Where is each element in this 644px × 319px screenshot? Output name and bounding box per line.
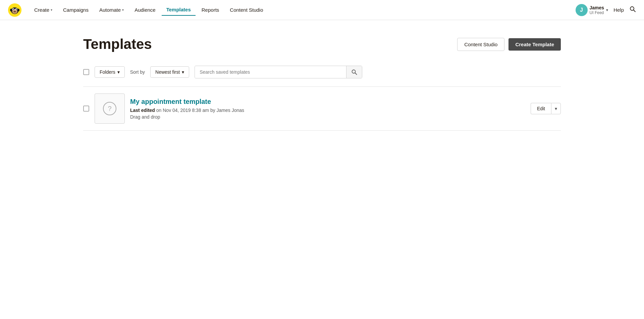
chevron-down-icon: ▾ [51, 8, 52, 12]
edit-button[interactable]: Edit [531, 103, 551, 114]
user-menu[interactable]: J James UI Feed ▾ [576, 4, 608, 16]
search-input[interactable] [195, 66, 346, 78]
search-container [195, 66, 362, 78]
sort-dropdown[interactable]: Newest first ▾ [150, 66, 189, 78]
toolbar: Folders ▾ Sort by Newest first ▾ [83, 66, 561, 78]
search-icon[interactable] [629, 6, 636, 14]
svg-point-7 [10, 9, 12, 11]
sort-by-label: Sort by [130, 69, 145, 75]
svg-point-10 [14, 11, 15, 12]
page-header: Templates Content Studio Create Template [83, 36, 561, 52]
nav-create[interactable]: Create ▾ [30, 4, 57, 15]
nav-content-studio[interactable]: Content Studio [225, 4, 268, 15]
create-template-button[interactable]: Create Template [508, 38, 561, 51]
main-content: Templates Content Studio Create Template… [67, 20, 577, 131]
user-sub: UI Feed [590, 10, 604, 15]
nav-automate[interactable]: Automate ▾ [95, 4, 128, 15]
nav-right: J James UI Feed ▾ Help [576, 4, 636, 16]
template-list: ? My appointment template Last edited on… [83, 87, 561, 131]
template-type: Drag and drop [130, 114, 525, 120]
edit-dropdown-button[interactable]: ▾ [551, 103, 561, 114]
nav-audience[interactable]: Audience [130, 4, 160, 15]
svg-point-5 [13, 9, 14, 10]
svg-point-12 [630, 7, 634, 10]
svg-point-11 [15, 11, 16, 12]
svg-point-6 [16, 9, 17, 10]
select-all-checkbox[interactable] [83, 69, 89, 75]
chevron-down-icon: ▾ [555, 106, 557, 111]
svg-line-15 [355, 73, 357, 75]
nav-campaigns[interactable]: Campaigns [58, 4, 93, 15]
template-name-link[interactable]: My appointment template [130, 98, 211, 105]
page-title: Templates [83, 36, 152, 52]
mailchimp-logo[interactable] [8, 3, 21, 17]
svg-line-13 [634, 10, 635, 12]
help-link[interactable]: Help [613, 7, 624, 13]
template-thumbnail: ? [95, 93, 125, 124]
user-name: James [590, 5, 604, 10]
search-icon [351, 69, 357, 75]
page-actions: Content Studio Create Template [457, 38, 561, 51]
template-checkbox[interactable] [83, 106, 89, 112]
search-button[interactable] [346, 66, 362, 78]
chevron-down-icon: ▾ [117, 69, 120, 75]
chevron-down-icon: ▾ [122, 8, 124, 12]
chevron-down-icon: ▾ [182, 69, 184, 75]
svg-point-8 [17, 9, 19, 11]
chevron-down-icon: ▾ [606, 8, 608, 12]
nav-templates[interactable]: Templates [162, 4, 196, 16]
folders-dropdown[interactable]: Folders ▾ [95, 66, 125, 78]
content-studio-button[interactable]: Content Studio [457, 38, 504, 51]
template-meta: Last edited on Nov 04, 2019 8:38 am by J… [130, 108, 525, 113]
template-info: My appointment template Last edited on N… [130, 98, 525, 120]
nav-reports[interactable]: Reports [197, 4, 224, 15]
avatar[interactable]: J [576, 4, 588, 16]
template-actions: Edit ▾ [531, 103, 561, 114]
table-row: ? My appointment template Last edited on… [83, 87, 561, 131]
template-placeholder-icon: ? [103, 102, 116, 115]
nav-links: Create ▾ Campaigns Automate ▾ Audience T… [30, 4, 576, 16]
